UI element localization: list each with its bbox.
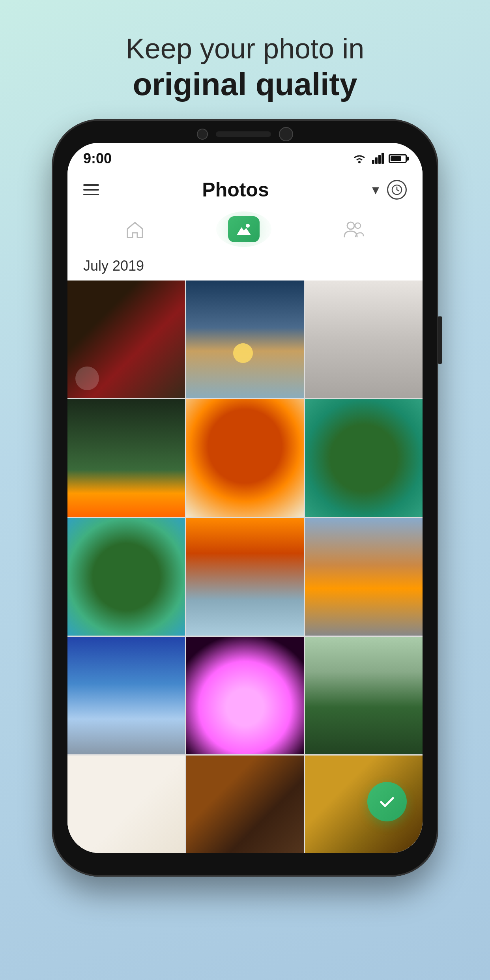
svg-point-9: [246, 224, 250, 228]
app-title-row: Photos ▾: [83, 178, 407, 201]
mountain-icon: [235, 222, 252, 237]
tab-photos[interactable]: [216, 211, 271, 247]
svg-point-11: [355, 223, 361, 228]
list-item[interactable]: [186, 756, 304, 853]
photo-thumbnail: [67, 281, 185, 398]
list-item[interactable]: [67, 399, 185, 517]
status-bar: 9:00: [67, 143, 423, 174]
wifi-icon: [352, 153, 367, 165]
photo-thumbnail: [67, 518, 185, 636]
photo-thumbnail: [67, 756, 185, 853]
photo-thumbnail: [186, 637, 304, 754]
app-title: Photos: [202, 178, 269, 201]
menu-line: [83, 184, 99, 186]
menu-icon[interactable]: [83, 184, 99, 195]
svg-rect-3: [378, 155, 381, 164]
photo-thumbnail: [305, 399, 423, 517]
svg-line-7: [397, 190, 399, 191]
list-item[interactable]: [67, 281, 185, 398]
phone-screen: 9:00: [67, 143, 423, 853]
nav-tabs: [83, 208, 407, 251]
clock-icon: [391, 184, 402, 195]
list-item[interactable]: [305, 637, 423, 754]
list-item[interactable]: [67, 518, 185, 636]
camera-area: [197, 127, 293, 141]
photos-tab-bg: [228, 216, 260, 242]
list-item[interactable]: [186, 637, 304, 754]
tab-home[interactable]: [113, 215, 157, 243]
svg-rect-1: [372, 160, 374, 164]
chevron-down-icon[interactable]: ▾: [372, 181, 379, 198]
header-actions: ▾: [372, 180, 407, 200]
photo-thumbnail: [186, 518, 304, 636]
photo-grid: [67, 281, 423, 853]
svg-rect-2: [375, 157, 378, 164]
svg-point-10: [347, 222, 354, 229]
home-icon: [125, 220, 145, 238]
photo-thumbnail: [67, 637, 185, 754]
checkmark-icon: [377, 792, 397, 812]
photo-thumbnail: [186, 756, 304, 853]
list-item[interactable]: [305, 281, 423, 398]
list-item[interactable]: [305, 399, 423, 517]
photo-thumbnail: [305, 518, 423, 636]
people-icon: [343, 220, 365, 238]
speaker-bar: [216, 131, 271, 137]
menu-line: [83, 194, 99, 195]
clock-button[interactable]: [387, 180, 407, 200]
status-time: 9:00: [83, 150, 112, 167]
date-section: July 2019: [67, 251, 423, 281]
phone-body: 9:00: [52, 119, 438, 877]
photo-thumbnail: [305, 281, 423, 398]
power-button: [438, 316, 442, 364]
headline-line2: original quality: [126, 65, 364, 103]
svg-point-0: [358, 161, 361, 163]
camera-dot-small: [197, 129, 208, 140]
list-item[interactable]: [186, 399, 304, 517]
list-item[interactable]: [186, 518, 304, 636]
status-icons: [352, 153, 407, 165]
headline-area: Keep your photo in original quality: [94, 0, 396, 119]
headline-line1: Keep your photo in: [126, 32, 364, 65]
camera-dot-main: [279, 127, 293, 141]
battery-icon: [389, 154, 407, 163]
list-item[interactable]: [67, 637, 185, 754]
tab-people[interactable]: [331, 215, 377, 243]
menu-line: [83, 189, 99, 191]
photo-thumbnail: [186, 281, 304, 398]
photo-thumbnail: [67, 399, 185, 517]
list-item[interactable]: [186, 281, 304, 398]
fab-confirm-button[interactable]: [367, 782, 407, 821]
svg-rect-4: [382, 153, 384, 164]
date-label: July 2019: [83, 258, 144, 274]
signal-icon: [372, 153, 384, 165]
app-header: Photos ▾: [67, 174, 423, 251]
photo-thumbnail: [305, 637, 423, 754]
list-item[interactable]: [67, 756, 185, 853]
list-item[interactable]: [305, 518, 423, 636]
photo-thumbnail: [186, 399, 304, 517]
phone-mockup: 9:00: [48, 119, 442, 888]
